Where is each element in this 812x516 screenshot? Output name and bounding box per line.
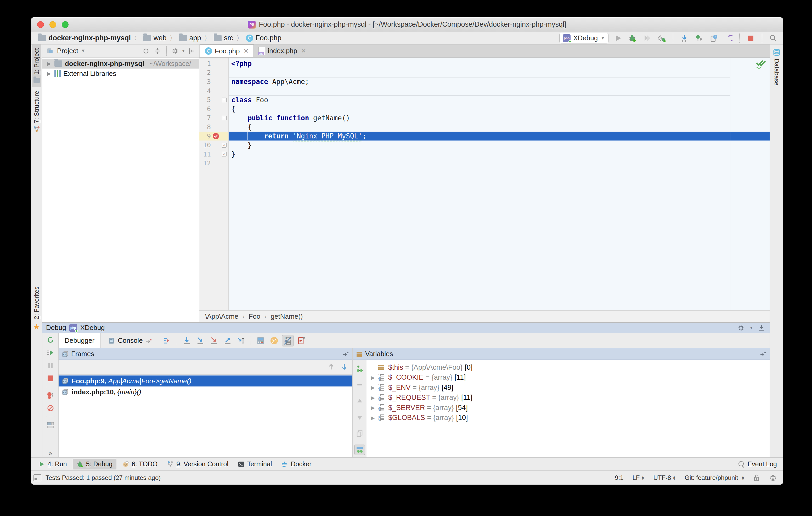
collapse-all-icon[interactable]	[153, 47, 162, 55]
variable-row[interactable]: ▶123$_COOKIE = {array}[11]	[367, 373, 770, 383]
code-line-7[interactable]: public function getName()	[229, 114, 770, 123]
external-libraries-row[interactable]: ▶ External Libraries	[42, 68, 199, 79]
close-window-button[interactable]	[37, 21, 44, 28]
code-line-5[interactable]: class Foo	[229, 95, 770, 105]
tab-debugger[interactable]: Debugger	[59, 333, 100, 348]
panel-options-icon[interactable]	[342, 351, 349, 357]
step-into-button[interactable]	[195, 335, 206, 346]
editor-breadcrumb-item[interactable]: getName()	[271, 312, 303, 320]
variable-row[interactable]: ▶123$_SERVER = {array}[54]	[367, 403, 770, 413]
evaluate-expression-button[interactable]	[255, 335, 266, 346]
view-breakpoints-list-button[interactable]	[296, 335, 307, 346]
gutter-line[interactable]: 1	[199, 59, 228, 68]
gutter-line[interactable]: 4	[199, 86, 228, 95]
move-watch-up-button[interactable]	[354, 396, 365, 406]
frames-list[interactable]: <>Foo.php:9, App|Acme|Foo->getName()<>in…	[59, 374, 352, 457]
breadcrumb-item[interactable]: web	[143, 34, 167, 42]
fold-marker-icon[interactable]: ˄	[222, 152, 227, 156]
code-line-10[interactable]: }	[229, 141, 770, 150]
editor-breadcrumb-item[interactable]: Foo	[249, 312, 261, 320]
code-line-2[interactable]	[229, 68, 770, 78]
encoding-select[interactable]: UTF-8▲▼	[653, 474, 676, 482]
hide-panel-icon[interactable]	[187, 47, 196, 55]
editor-tab-index-php[interactable]: index.php ✕	[254, 45, 311, 57]
gutter-line[interactable]: 6	[199, 105, 228, 114]
code-line-1[interactable]: <?php	[229, 59, 770, 68]
variable-row[interactable]: ▶123$GLOBALS = {array}[10]	[367, 413, 770, 423]
more-options-button[interactable]: »	[49, 449, 52, 457]
status-message[interactable]: Tests Passed: 1 passed (27 minutes ago)	[46, 474, 161, 482]
project-root-row[interactable]: ▶ docker-nginx-php-mysql ~/Workspace/	[42, 59, 199, 68]
next-frame-icon[interactable]	[340, 363, 348, 371]
toolwindow-button-docker[interactable]: Docker	[278, 459, 315, 469]
sidebar-tab-structure[interactable]: 7: Structure	[32, 87, 41, 136]
remove-watch-button[interactable]	[354, 380, 365, 390]
tab-console[interactable]: Console	[102, 333, 157, 348]
fold-marker-icon[interactable]: ˄	[222, 143, 227, 148]
variables-tree[interactable]: $this = {App\Acme\Foo}[0]▶123$_COOKIE = …	[367, 360, 770, 457]
code-line-4[interactable]	[229, 86, 770, 95]
expand-arrow-icon[interactable]: ▶	[369, 415, 377, 421]
breadcrumb-item[interactable]: src	[214, 34, 233, 42]
mute-breakpoints-button[interactable]	[45, 404, 56, 413]
sidebar-tab-favorites[interactable]: 2: Favorites ★	[32, 283, 41, 335]
expand-arrow-icon[interactable]: ▶	[46, 70, 52, 77]
stop-button[interactable]	[45, 374, 56, 383]
title-bar[interactable]: PS Foo.php - docker-nginx-php-mysql - [~…	[31, 17, 783, 32]
expand-arrow-icon[interactable]: ▶	[46, 60, 52, 67]
minimize-window-button[interactable]	[50, 21, 56, 28]
show-execution-point-button[interactable]	[162, 335, 173, 346]
gutter-line[interactable]: 12	[199, 159, 228, 168]
editor-body[interactable]: 12345−67−8910˄11˄12 <?phpnamespace App\A…	[199, 58, 770, 310]
force-step-into-button[interactable]	[208, 335, 220, 346]
gear-icon[interactable]	[171, 47, 180, 55]
restore-layout-button[interactable]	[45, 421, 56, 430]
caret-position[interactable]: 9:1	[615, 474, 624, 482]
gutter-line[interactable]: 3	[199, 77, 228, 86]
breakpoint-icon[interactable]	[212, 133, 219, 140]
close-tab-icon[interactable]: ✕	[301, 47, 306, 55]
breadcrumb-item[interactable]: app	[179, 34, 201, 42]
code-line-3[interactable]: namespace App\Acme;	[229, 77, 770, 86]
step-over-button[interactable]	[181, 335, 193, 346]
frame-row[interactable]: <>Foo.php:9, App|Acme|Foo->getName()	[59, 375, 352, 386]
stop-button[interactable]	[746, 33, 756, 44]
fold-marker-icon[interactable]: −	[222, 97, 227, 102]
chevron-down-icon[interactable]: ▾	[182, 49, 184, 53]
vcs-update-button[interactable]	[679, 33, 690, 44]
hide-tool-window-icon[interactable]	[757, 323, 766, 332]
code-line-8[interactable]: {	[229, 122, 770, 132]
run-configuration-select[interactable]: php XDebug ▼	[559, 33, 608, 44]
pause-button[interactable]	[45, 361, 56, 370]
gutter-line[interactable]: 11˄	[199, 150, 228, 159]
copy-watch-button[interactable]	[354, 428, 365, 439]
variable-row[interactable]: $this = {App\Acme\Foo}[0]	[367, 363, 770, 373]
move-watch-down-button[interactable]	[354, 412, 365, 423]
step-out-button[interactable]	[222, 335, 233, 346]
listen-debug-connections-button[interactable]	[657, 33, 667, 44]
expand-arrow-icon[interactable]: ▶	[369, 404, 377, 411]
event-log-button[interactable]: Event Log	[737, 460, 777, 468]
gutter-line[interactable]: 7−	[199, 114, 228, 123]
git-branch-select[interactable]: Git: feature/phpunit ▲▼	[685, 474, 745, 482]
panel-options-icon[interactable]	[760, 351, 766, 357]
gear-icon[interactable]	[737, 323, 746, 332]
expand-arrow-icon[interactable]: ▶	[369, 395, 377, 401]
sidebar-tab-project[interactable]: 1: Project	[32, 45, 41, 87]
code-line-11[interactable]: }	[229, 150, 770, 159]
gutter-line[interactable]: 5−	[199, 95, 228, 105]
expand-arrow-icon[interactable]: ▶	[369, 384, 377, 391]
toolwindow-button-version-control[interactable]: 9: Version Control	[163, 459, 232, 469]
sidebar-tab-database[interactable]: Database	[772, 45, 781, 89]
debug-button[interactable]	[627, 33, 638, 44]
inspections-hector-icon[interactable]	[769, 474, 777, 482]
project-panel-title[interactable]: Project	[57, 47, 78, 55]
code-line-12[interactable]	[229, 159, 770, 168]
chevron-down-icon[interactable]: ▾	[750, 325, 752, 330]
mute-renderers-toggle[interactable]: 12	[282, 335, 293, 346]
close-tab-icon[interactable]: ✕	[243, 47, 249, 55]
local-history-button[interactable]	[708, 33, 719, 44]
debug-header[interactable]: Debug php XDebug ▾	[42, 323, 770, 333]
variable-row[interactable]: ▶123$_ENV = {array}[49]	[367, 382, 770, 393]
chevron-down-icon[interactable]: ▼	[81, 48, 86, 54]
